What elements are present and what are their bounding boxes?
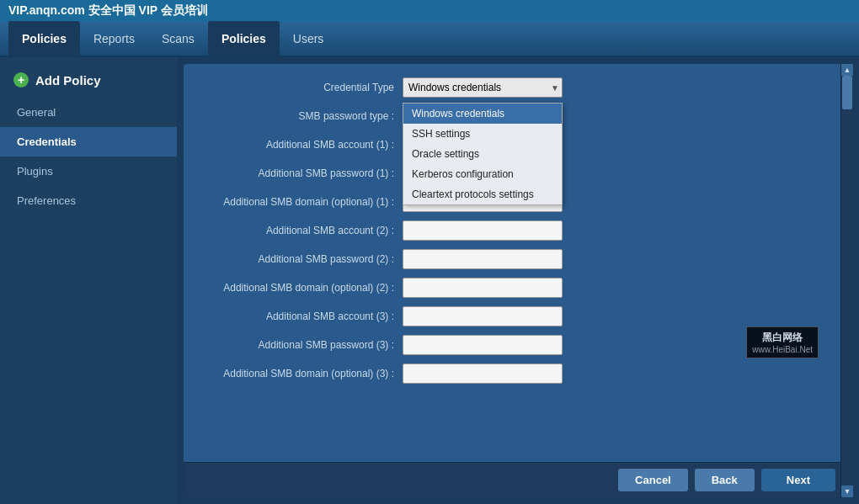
smb-account-3-input[interactable] xyxy=(403,306,563,326)
main-layout: + Add Policy General Credentials Plugins… xyxy=(0,57,859,504)
dropdown-item-ssh[interactable]: SSH settings xyxy=(403,124,562,144)
credential-type-select[interactable]: Windows credentials SSH settings Oracle … xyxy=(403,77,563,98)
sidebar-item-general[interactable]: General xyxy=(0,98,177,127)
smb-password-2-label: Additional SMB password (2) : xyxy=(200,253,403,265)
smb-account-1-label: Additional SMB account (1) : xyxy=(200,139,403,151)
smb-account-3-row: Additional SMB account (3) : xyxy=(200,306,835,326)
smb-domain-3-label: Additional SMB domain (optional) (3) : xyxy=(200,368,403,379)
bottom-bar: Cancel Back Next xyxy=(184,462,852,497)
scroll-up-arrow[interactable]: ▲ xyxy=(841,64,853,76)
form-inner: Credential Type Windows credentials SSH … xyxy=(200,77,835,384)
dropdown-item-cleartext[interactable]: Cleartext protocols settings xyxy=(403,184,562,204)
smb-domain-2-input[interactable] xyxy=(403,278,563,298)
smb-domain-1-label: Additional SMB domain (optional) (1) : xyxy=(200,196,403,208)
next-button[interactable]: Next xyxy=(761,469,835,491)
content-area: Credential Type Windows credentials SSH … xyxy=(184,64,852,497)
smb-password-3-row: Additional SMB password (3) : xyxy=(200,335,835,355)
smb-domain-2-label: Additional SMB domain (optional) (2) : xyxy=(200,282,403,294)
nav-item-users[interactable]: Users xyxy=(280,21,338,56)
smb-domain-3-row: Additional SMB domain (optional) (3) : xyxy=(200,363,835,384)
add-policy-label: Add Policy xyxy=(35,73,101,88)
smb-account-3-label: Additional SMB account (3) : xyxy=(200,310,403,322)
nav-item-reports[interactable]: Reports xyxy=(80,21,148,56)
watermark-url: www.HeiBai.Net xyxy=(752,345,813,354)
smb-password-1-label: Additional SMB password (1) : xyxy=(200,167,403,179)
credential-type-dropdown: Windows credentials SSH settings Oracle … xyxy=(403,103,563,205)
dropdown-item-oracle[interactable]: Oracle settings xyxy=(403,144,562,164)
smb-account-2-label: Additional SMB account (2) : xyxy=(200,225,403,236)
nav-item-scans[interactable]: Scans xyxy=(148,21,208,56)
smb-password-type-label: SMB password type : xyxy=(200,110,403,122)
cancel-button[interactable]: Cancel xyxy=(618,469,688,491)
watermark-title: 黑白网络 xyxy=(752,331,813,345)
smb-password-2-row: Additional SMB password (2) : xyxy=(200,249,835,269)
smb-domain-3-input[interactable] xyxy=(403,363,563,384)
sidebar-item-preferences[interactable]: Preferences xyxy=(0,186,177,215)
scroll-thumb[interactable] xyxy=(842,76,852,109)
scroll-down-arrow[interactable]: ▼ xyxy=(841,485,853,497)
smb-password-3-label: Additional SMB password (3) : xyxy=(200,339,403,351)
dropdown-item-kerberos[interactable]: Kerberos configuration xyxy=(403,164,562,184)
sidebar: + Add Policy General Credentials Plugins… xyxy=(0,57,177,504)
smb-account-2-input[interactable] xyxy=(403,220,563,241)
credential-type-label: Credential Type xyxy=(200,82,403,93)
credential-type-row: Credential Type Windows credentials SSH … xyxy=(200,77,835,98)
watermark: 黑白网络 www.HeiBai.Net xyxy=(746,326,819,358)
dropdown-item-windows[interactable]: Windows credentials xyxy=(403,103,562,124)
add-policy-icon: + xyxy=(13,72,29,88)
nav-brand: Policies xyxy=(8,21,80,56)
smb-domain-2-row: Additional SMB domain (optional) (2) : xyxy=(200,278,835,298)
sidebar-item-plugins[interactable]: Plugins xyxy=(0,157,177,186)
scroll-track[interactable]: ▲ ▼ xyxy=(840,64,852,497)
smb-password-2-input[interactable] xyxy=(403,249,563,269)
nav-item-policies[interactable]: Policies xyxy=(208,21,280,56)
top-banner: VIP.anqn.com 安全中国 VIP 会员培训 xyxy=(0,0,859,22)
nav-bar: Policies Reports Scans Policies Users xyxy=(0,22,859,57)
banner-text: VIP.anqn.com 安全中国 VIP 会员培训 xyxy=(8,3,208,19)
sidebar-title: + Add Policy xyxy=(0,66,177,98)
credential-type-select-wrapper: Windows credentials SSH settings Oracle … xyxy=(403,77,563,98)
sidebar-item-credentials[interactable]: Credentials xyxy=(0,127,177,157)
form-scroll: Credential Type Windows credentials SSH … xyxy=(184,64,852,462)
smb-account-2-row: Additional SMB account (2) : xyxy=(200,220,835,241)
smb-password-3-input[interactable] xyxy=(403,335,563,355)
back-button[interactable]: Back xyxy=(695,469,755,491)
